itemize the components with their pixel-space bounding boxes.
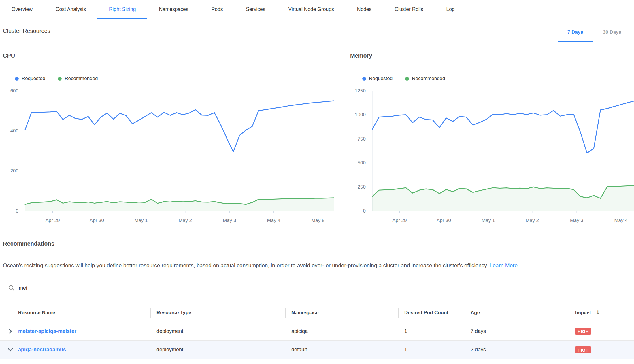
requested-line xyxy=(372,101,634,153)
search-box xyxy=(3,280,631,296)
resource-name-link[interactable]: apiqa-nostradamus xyxy=(18,347,66,353)
impact-cell: HIGH xyxy=(569,328,634,335)
memory-chart-title: Memory xyxy=(350,42,634,63)
svg-text:1250: 1250 xyxy=(355,88,366,94)
tab-nodes[interactable]: Nodes xyxy=(346,0,383,19)
collapse-row-chevron-icon[interactable] xyxy=(5,345,16,355)
svg-text:May 1: May 1 xyxy=(134,218,148,223)
requested-dot-icon xyxy=(362,77,366,81)
legend-item-requested: Requested xyxy=(15,76,45,81)
legend-label: Recommended xyxy=(412,76,445,81)
column-header-namespace[interactable]: Namespace xyxy=(285,310,398,316)
learn-more-link[interactable]: Learn More xyxy=(490,262,518,268)
recommendations-header: Recommendations xyxy=(3,240,631,254)
column-header-age[interactable]: Age xyxy=(465,310,569,316)
cpu-chart-title: CPU xyxy=(3,42,334,63)
svg-text:0: 0 xyxy=(363,208,366,214)
namespace-cell: default xyxy=(285,347,398,353)
svg-text:May 4: May 4 xyxy=(614,218,627,223)
legend-item-recommended: Recommended xyxy=(405,76,445,81)
legend-label: Requested xyxy=(369,76,393,81)
svg-text:600: 600 xyxy=(10,88,18,94)
tab-virtual-node-groups[interactable]: Virtual Node Groups xyxy=(277,0,346,19)
table-row: apiqa-nostradamus deployment default 1 2… xyxy=(0,341,634,359)
impact-high-badge: HIGH xyxy=(575,346,591,353)
cluster-resources-title: Cluster Resources xyxy=(3,28,50,42)
search-input[interactable] xyxy=(19,285,626,291)
svg-text:Apr 30: Apr 30 xyxy=(437,218,451,223)
svg-text:Apr 29: Apr 29 xyxy=(45,218,60,223)
svg-text:May 5: May 5 xyxy=(311,218,324,223)
legend-item-requested: Requested xyxy=(362,76,393,81)
resource-name-link[interactable]: meister-apiciqa-meister xyxy=(18,328,76,334)
legend-item-recommended: Recommended xyxy=(58,76,98,81)
column-header-impact[interactable]: Impact↓ xyxy=(569,309,634,316)
cluster-resources-header: Cluster Resources 7 Days 30 Days xyxy=(3,19,631,42)
recommended-area xyxy=(372,186,634,211)
recommendations-title: Recommendations xyxy=(3,240,631,254)
namespace-cell: apiciqa xyxy=(285,328,398,334)
range-7-days-button[interactable]: 7 Days xyxy=(558,29,593,42)
recommendations-description-text: Ocean's resizing suggestions will help y… xyxy=(3,262,488,268)
svg-text:May 4: May 4 xyxy=(267,218,280,223)
column-header-desired-pod-count[interactable]: Desired Pod Count xyxy=(398,310,465,316)
resource-type-cell: deployment xyxy=(150,347,285,353)
age-cell: 2 days xyxy=(465,347,569,353)
table-row: meister-apiciqa-meister deployment apici… xyxy=(0,322,634,341)
tab-cost-analysis[interactable]: Cost Analysis xyxy=(44,0,97,19)
requested-dot-icon xyxy=(15,77,19,81)
column-header-impact-label: Impact xyxy=(575,310,591,316)
svg-text:Apr 30: Apr 30 xyxy=(90,218,104,223)
tab-overview[interactable]: Overview xyxy=(0,0,44,19)
memory-line-chart: 025050075010001250Apr 29Apr 30May 1May 2… xyxy=(350,88,634,224)
cpu-line-chart: 0200400600Apr 29Apr 30May 1May 2May 3May… xyxy=(3,88,334,224)
recommended-area xyxy=(25,198,334,211)
memory-chart-section: Memory Requested Recommended 02505007501… xyxy=(350,42,634,225)
desired-pod-count-cell: 1 xyxy=(398,328,465,334)
impact-high-badge: HIGH xyxy=(575,328,591,335)
age-cell: 7 days xyxy=(465,328,569,334)
desired-pod-count-cell: 1 xyxy=(398,347,465,353)
svg-text:400: 400 xyxy=(10,128,18,134)
cpu-chart-legend: Requested Recommended xyxy=(15,76,334,81)
cpu-chart-plot: 0200400600Apr 29Apr 30May 1May 2May 3May… xyxy=(3,88,334,225)
recommended-dot-icon xyxy=(405,77,409,81)
svg-text:May 3: May 3 xyxy=(570,218,583,223)
sort-descending-icon[interactable]: ↓ xyxy=(596,309,600,316)
cpu-chart-section: CPU Requested Recommended 0200400600Apr … xyxy=(3,42,334,225)
svg-text:750: 750 xyxy=(358,136,366,142)
column-header-resource-type[interactable]: Resource Type xyxy=(150,310,285,316)
expand-row-chevron-icon[interactable] xyxy=(5,326,16,336)
svg-text:May 1: May 1 xyxy=(482,218,495,223)
resource-type-cell: deployment xyxy=(150,328,285,334)
svg-text:0: 0 xyxy=(16,208,18,214)
tab-right-sizing[interactable]: Right Sizing xyxy=(97,0,147,19)
impact-cell: HIGH xyxy=(569,346,634,353)
memory-chart-plot: 025050075010001250Apr 29Apr 30May 1May 2… xyxy=(350,88,634,225)
svg-text:250: 250 xyxy=(358,184,366,190)
charts-row: CPU Requested Recommended 0200400600Apr … xyxy=(3,42,634,225)
time-range-toggle: 7 Days 30 Days xyxy=(558,29,631,42)
recommendations-description: Ocean's resizing suggestions will help y… xyxy=(3,262,631,270)
resource-name-cell: apiqa-nostradamus xyxy=(0,345,150,355)
svg-text:May 2: May 2 xyxy=(526,218,539,223)
resource-name-cell: meister-apiciqa-meister xyxy=(0,326,150,336)
range-30-days-button[interactable]: 30 Days xyxy=(593,29,631,42)
recommendations-table: Resource Name Resource Type Namespace De… xyxy=(0,304,634,359)
svg-text:500: 500 xyxy=(358,160,366,166)
column-header-resource-name: Resource Name xyxy=(0,310,150,316)
table-header-row: Resource Name Resource Type Namespace De… xyxy=(0,304,634,322)
legend-label: Requested xyxy=(22,76,45,81)
tab-log[interactable]: Log xyxy=(435,0,466,19)
tab-namespaces[interactable]: Namespaces xyxy=(147,0,200,19)
memory-chart-legend: Requested Recommended xyxy=(362,76,634,81)
svg-text:May 2: May 2 xyxy=(179,218,192,223)
recommended-dot-icon xyxy=(58,77,62,81)
tab-services[interactable]: Services xyxy=(234,0,277,19)
search-icon xyxy=(8,285,15,291)
svg-text:200: 200 xyxy=(10,168,18,174)
tab-cluster-rolls[interactable]: Cluster Rolls xyxy=(383,0,435,19)
tab-pods[interactable]: Pods xyxy=(200,0,235,19)
top-tab-bar: Overview Cost Analysis Right Sizing Name… xyxy=(0,0,634,19)
svg-text:May 3: May 3 xyxy=(223,218,236,223)
